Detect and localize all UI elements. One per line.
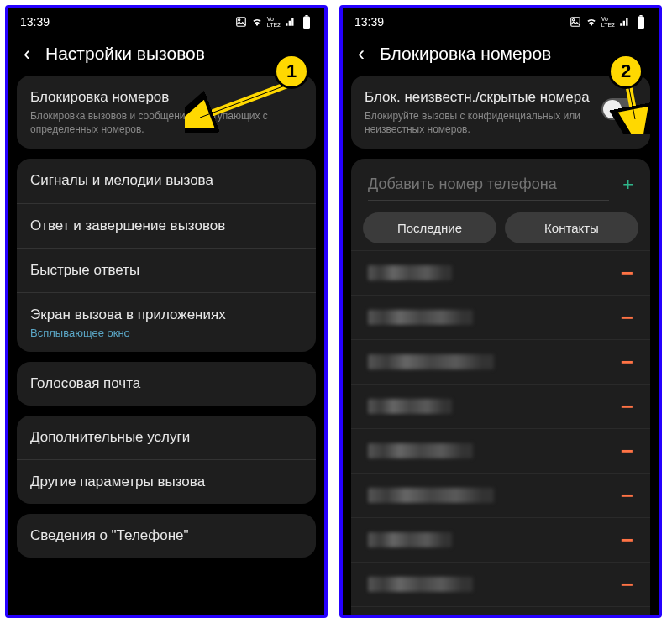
content: Блокировка номеров Блокировка вызовов и … [8, 76, 324, 558]
blocked-number-row: − [351, 384, 650, 428]
settings-group: Голосовая почта [17, 362, 316, 406]
blocked-number-blurred [368, 354, 494, 369]
recent-button[interactable]: Последние [363, 212, 496, 243]
blocked-number-list: −−−−−−−−− [351, 250, 650, 618]
svg-rect-8 [638, 17, 644, 29]
settings-group: Блокировка номеров Блокировка вызовов и … [17, 76, 316, 149]
remove-number-button[interactable]: − [616, 573, 638, 595]
block-numbers-item[interactable]: Блокировка номеров Блокировка вызовов и … [17, 76, 316, 149]
signal-icon [619, 16, 631, 28]
voicemail-item[interactable]: Голосовая почта [17, 362, 316, 406]
contacts-button[interactable]: Контакты [505, 212, 638, 243]
back-button[interactable]: ‹ [24, 44, 30, 64]
settings-group: Дополнительные услуги Другие параметры в… [17, 416, 316, 504]
blocked-number-blurred [368, 443, 473, 458]
settings-group: Сигналы и мелодии вызова Ответ и заверше… [17, 159, 316, 351]
supplementary-item[interactable]: Дополнительные услуги [17, 416, 316, 460]
status-bar: 13:39 VoLTE2 [8, 8, 324, 35]
item-title: Блокировка номеров [30, 88, 302, 107]
block-unknown-card: Блок. неизвестн./скрытые номера Блокируй… [351, 76, 650, 149]
image-icon [235, 16, 247, 28]
settings-group: Сведения о "Телефоне" [17, 514, 316, 558]
item-subtitle: Блокировка вызовов и сообщений, поступаю… [30, 109, 302, 136]
svg-rect-7 [639, 15, 642, 17]
add-number-row: + [351, 165, 650, 212]
svg-rect-0 [237, 18, 246, 27]
battery-icon [301, 16, 312, 28]
other-params-item[interactable]: Другие параметры вызова [17, 460, 316, 504]
image-icon [570, 16, 581, 28]
phone-screen-1: 13:39 VoLTE2 ‹ Настройки вызовов 1 Блоки… [5, 5, 328, 618]
remove-number-button[interactable]: − [616, 440, 638, 462]
blocked-number-row: − [351, 250, 650, 295]
blocked-number-row: − [351, 517, 650, 562]
item-title: Блок. неизвестн./скрытые номера [365, 88, 591, 107]
add-number-input[interactable] [368, 169, 609, 201]
blocked-number-row: − [351, 428, 650, 473]
content: Блок. неизвестн./скрытые номера Блокируй… [343, 76, 659, 618]
remove-number-button[interactable]: − [616, 395, 638, 417]
blocked-number-row: − [351, 562, 650, 606]
back-button[interactable]: ‹ [358, 44, 365, 64]
block-unknown-toggle[interactable] [601, 98, 637, 120]
blocked-number-row: − [351, 295, 650, 339]
wifi-icon [251, 16, 263, 28]
wifi-icon [585, 16, 597, 28]
blocked-number-blurred [368, 265, 452, 280]
lte-indicator: VoLTE2 [601, 16, 615, 28]
ringtones-item[interactable]: Сигналы и мелодии вызова [17, 159, 316, 203]
blocked-number-row: − [351, 606, 650, 618]
blocked-list-card: + Последние Контакты −−−−−−−−− [351, 159, 650, 618]
svg-point-1 [238, 19, 239, 21]
svg-rect-3 [303, 17, 310, 29]
source-buttons: Последние Контакты [351, 212, 650, 250]
page-title: Блокировка номеров [380, 44, 551, 64]
remove-number-button[interactable]: − [616, 484, 638, 506]
quick-replies-item[interactable]: Быстрые ответы [17, 249, 316, 293]
remove-number-button[interactable]: − [616, 351, 638, 373]
remove-number-button[interactable]: − [616, 529, 638, 551]
page-title: Настройки вызовов [45, 44, 205, 64]
svg-point-6 [572, 19, 574, 21]
remove-number-button[interactable]: − [616, 262, 638, 284]
blocked-number-blurred [368, 532, 452, 547]
blocked-number-blurred [368, 310, 473, 325]
status-time: 13:39 [354, 15, 384, 29]
answer-end-item[interactable]: Ответ и завершение вызовов [17, 204, 316, 249]
status-icons: VoLTE2 [235, 16, 312, 28]
blocked-number-blurred [368, 577, 473, 592]
battery-icon [635, 16, 647, 28]
annotation-badge-1: 1 [274, 54, 309, 89]
block-unknown-toggle-row[interactable]: Блок. неизвестн./скрытые номера Блокируй… [351, 76, 650, 149]
item-subtitle: Блокируйте вызовы с конфиденциальных или… [365, 109, 591, 136]
about-phone-item[interactable]: Сведения о "Телефоне" [17, 514, 316, 558]
add-number-button[interactable]: + [617, 170, 638, 199]
svg-rect-2 [305, 15, 307, 17]
status-time: 13:39 [20, 15, 50, 29]
remove-number-button[interactable]: − [616, 306, 638, 328]
blocked-number-blurred [368, 399, 452, 414]
blocked-number-blurred [368, 488, 494, 503]
blocked-number-row: − [351, 339, 650, 384]
lte-indicator: VoLTE2 [267, 16, 281, 28]
signal-icon [285, 16, 297, 28]
status-icons: VoLTE2 [570, 16, 647, 28]
call-screen-item[interactable]: Экран вызова в приложениях Всплывающее о… [17, 293, 316, 352]
annotation-badge-2: 2 [608, 54, 643, 89]
svg-rect-5 [571, 18, 580, 27]
blocked-number-row: − [351, 473, 650, 517]
phone-screen-2: 13:39 VoLTE2 ‹ Блокировка номеров 2 Блок… [339, 5, 662, 618]
status-bar: 13:39 VoLTE2 [343, 8, 659, 35]
